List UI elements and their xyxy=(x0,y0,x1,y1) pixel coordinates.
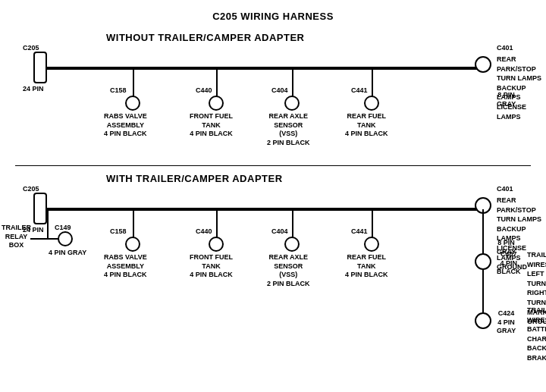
c149-circle xyxy=(58,231,73,246)
c158-label-1: C158 xyxy=(110,86,127,96)
c149-desc: 4 PIN GRAY xyxy=(49,249,86,258)
c440-label-2: C440 xyxy=(196,227,212,237)
c205-rect-2 xyxy=(33,193,47,224)
diagram-container: C205 WIRING HARNESS WITHOUT TRAILER/CAMP… xyxy=(0,0,546,379)
c158-vline-1 xyxy=(133,68,134,97)
c149-label: C149 xyxy=(55,224,71,233)
c401-label-1: C401 xyxy=(497,44,513,53)
c441-vline-2 xyxy=(372,209,373,238)
c424-circle xyxy=(475,312,491,329)
c441-circle-1 xyxy=(364,96,379,111)
c401-label-2: C401 xyxy=(497,185,513,194)
c404-vline-1 xyxy=(292,68,293,97)
c440-desc-2: FRONT FUELTANK4 PIN BLACK xyxy=(190,253,233,280)
section2-header: WITH TRAILER/CAMPER ADAPTER xyxy=(106,173,283,184)
c401-sub-1: 8 PINGRAY xyxy=(497,91,516,108)
c440-label-1: C440 xyxy=(196,86,212,96)
c440-circle-1 xyxy=(209,96,224,111)
main-line-1 xyxy=(44,67,490,70)
section-divider xyxy=(15,165,531,166)
section1-header: WITHOUT TRAILER/CAMPER ADAPTER xyxy=(106,32,305,43)
c441-circle-2 xyxy=(364,237,379,252)
c158-circle-1 xyxy=(125,96,140,111)
c441-label-1: C441 xyxy=(351,86,368,96)
c158-desc-2: RABS VALVEASSEMBLY4 PIN BLACK xyxy=(104,253,147,280)
c404-circle-2 xyxy=(284,237,300,252)
c404-label-1: C404 xyxy=(271,86,288,96)
c205-rect-1 xyxy=(33,52,47,83)
c158-circle-2 xyxy=(125,237,140,252)
c401-desc-1: REAR PARK/STOPTURN LAMPSBACKUP LAMPSLICE… xyxy=(497,55,546,121)
c441-desc-2: REAR FUELTANK4 PIN BLACK xyxy=(345,253,388,280)
c424-desc: TRAILER WIRESBATTERY CHARGEBACKUPBRAKES xyxy=(527,306,546,363)
c441-label-2: C441 xyxy=(351,227,368,237)
c404-desc-1: REAR AXLESENSOR(VSS)2 PIN BLACK xyxy=(267,112,310,148)
c440-vline-2 xyxy=(216,209,218,238)
c441-desc-1: REAR FUELTANK4 PIN BLACK xyxy=(345,112,388,139)
page-title: C205 WIRING HARNESS xyxy=(0,5,546,22)
c440-circle-2 xyxy=(209,237,224,252)
c205-label-1: C205 xyxy=(23,44,39,53)
c440-vline-1 xyxy=(216,68,218,97)
c205-label-2: C205 xyxy=(23,185,39,194)
main-line-2 xyxy=(44,208,490,211)
c424-label: C4244 PINGRAY xyxy=(497,309,516,336)
c407-vline-right xyxy=(482,209,484,255)
trailer-relay-label: TRAILERRELAYBOX xyxy=(2,224,31,250)
c440-desc-1: FRONT FUELTANK4 PIN BLACK xyxy=(190,112,233,139)
c205-sub-1: 24 PIN xyxy=(23,85,44,94)
c424-vline-right xyxy=(482,268,484,314)
c407-label: C4074 PINBLACK xyxy=(497,250,521,277)
c441-vline-1 xyxy=(372,68,373,97)
trailer-relay-hline xyxy=(30,238,61,240)
c404-label-2: C404 xyxy=(271,227,288,237)
c158-label-2: C158 xyxy=(110,227,127,237)
c404-circle-1 xyxy=(284,96,300,111)
c401-circle-1 xyxy=(475,56,491,73)
trailer-relay-vline xyxy=(47,209,49,240)
c407-circle xyxy=(475,253,491,270)
c158-desc-1: RABS VALVEASSEMBLY4 PIN BLACK xyxy=(104,112,147,139)
c158-vline-2 xyxy=(133,209,134,238)
c404-desc-2: REAR AXLESENSOR(VSS)2 PIN BLACK xyxy=(267,253,310,289)
c404-vline-2 xyxy=(292,209,293,238)
